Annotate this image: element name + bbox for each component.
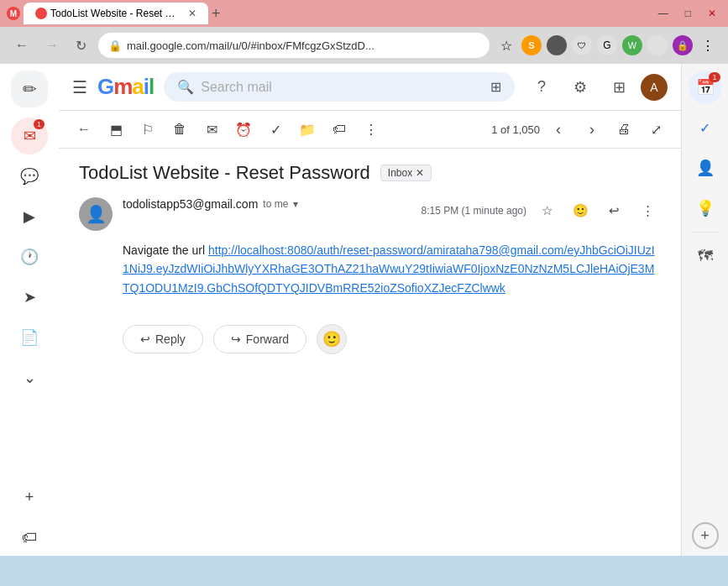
tab-title: TodoList Website - Reset Passw...	[50, 8, 176, 19]
extension-icon-7[interactable]: 🔒	[673, 35, 693, 55]
mail-badge: 1	[34, 119, 45, 129]
extension-icon-2[interactable]	[547, 35, 567, 55]
gmail-logo-area: Gmail	[97, 74, 154, 100]
refresh-button[interactable]: ↻	[71, 36, 92, 55]
sidebar-item-more[interactable]: ⌄	[11, 359, 48, 396]
right-add-icon: +	[700, 527, 710, 545]
new-tab-button[interactable]: +	[212, 5, 221, 23]
extension-icon-5[interactable]: W	[622, 35, 642, 55]
help-button[interactable]: ?	[525, 71, 558, 104]
bookmark-icon[interactable]: ☆	[496, 35, 516, 55]
reply-inline-button[interactable]: ↩	[600, 197, 627, 224]
right-calendar-button[interactable]: 📅 1	[689, 71, 722, 104]
more-options-button[interactable]: ⋮	[356, 114, 386, 144]
forward-button[interactable]: →	[40, 36, 64, 55]
inbox-badge: Inbox ✕	[380, 165, 432, 181]
email-subject-area: TodoList Website - Reset Password Inbox …	[59, 149, 681, 191]
extension-icon-3[interactable]: 🛡	[572, 35, 592, 55]
archive-button[interactable]: ⬒	[101, 114, 131, 144]
address-text: mail.google.com/mail/u/0/#inbox/FMfcgzGx…	[127, 39, 374, 52]
address-bar[interactable]: 🔒 mail.google.com/mail/u/0/#inbox/FMfcgz…	[98, 33, 490, 58]
mark-read-button[interactable]: ✉	[196, 114, 227, 144]
chevron-down-icon: ⌄	[24, 369, 36, 387]
print-button[interactable]: 🖨	[609, 114, 639, 144]
sender-name-row: todolistapp53@gmail.com to me ▾	[123, 197, 411, 211]
prev-email-button[interactable]: ‹	[543, 114, 573, 144]
emoji-icon: 🙂	[322, 330, 341, 348]
body-prefix: Navigate the url	[123, 243, 208, 257]
back-button[interactable]: ←	[10, 36, 34, 55]
sidebar-item-mail[interactable]: ✉ 1	[11, 118, 48, 154]
calendar-badge: 1	[709, 72, 720, 82]
message-body: Navigate the url http://localhost:8080/a…	[79, 241, 661, 297]
expand-details-icon[interactable]: ▾	[293, 198, 298, 210]
minimize-button[interactable]: —	[653, 6, 673, 21]
search-options-icon[interactable]: ⊞	[490, 79, 501, 95]
back-to-inbox-button[interactable]: ←	[69, 114, 99, 144]
action-buttons-area: ↩ Reply ↪ Forward 🙂	[59, 304, 681, 374]
forward-button[interactable]: ↪ Forward	[213, 325, 306, 353]
forward-label: Forward	[246, 332, 289, 346]
sidebar-item-chat[interactable]: 💬	[11, 158, 48, 195]
label-icon: 🏷	[22, 529, 37, 547]
tab-favicon	[35, 8, 47, 19]
message-time-area: 8:15 PM (1 minute ago) ☆ 🙂 ↩ ⋮	[422, 197, 661, 224]
inbox-badge-close[interactable]: ✕	[416, 167, 424, 179]
next-email-button[interactable]: ›	[577, 114, 607, 144]
sidebar-item-meet[interactable]: ▶	[11, 198, 48, 235]
email-toolbar: ← ⬒ ⚐ 🗑 ✉ ⏰ ✓ 📁 🏷 ⋮ 1 of 1,050 ‹ › 🖨 ⤢	[59, 111, 681, 149]
pagination: 1 of 1,050 ‹ ›	[491, 114, 607, 144]
browser-favicon: M	[7, 7, 20, 20]
star-button[interactable]: ☆	[533, 197, 560, 224]
active-tab[interactable]: TodoList Website - Reset Passw... ✕	[24, 3, 208, 24]
send-icon: ➤	[24, 288, 36, 306]
reply-icon: ↩	[140, 332, 150, 346]
right-keep-button[interactable]: 💡	[689, 191, 722, 225]
extension-icon-1[interactable]: S	[521, 35, 542, 55]
user-avatar[interactable]: A	[641, 74, 668, 101]
snooze-button[interactable]: ⏰	[228, 114, 259, 144]
browser-menu[interactable]: ⋮	[698, 35, 718, 55]
sidebar-item-doc[interactable]: 📄	[11, 319, 48, 356]
sidebar-item-send[interactable]: ➤	[11, 279, 48, 316]
sender-to-label: to me	[263, 198, 288, 210]
reply-button[interactable]: ↩ Reply	[123, 325, 203, 353]
right-tasks-button[interactable]: ✓	[689, 111, 722, 144]
search-bar[interactable]: 🔍 Search mail ⊞	[164, 72, 515, 102]
doc-icon: 📄	[20, 328, 39, 347]
delete-button[interactable]: 🗑	[165, 114, 195, 144]
labels-button[interactable]: 🏷	[324, 114, 354, 144]
popout-button[interactable]: ⤢	[641, 114, 671, 144]
tasks-icon: ✓	[699, 120, 710, 136]
sidebar-item-add[interactable]: +	[11, 479, 48, 515]
right-maps-button[interactable]: 🗺	[689, 239, 722, 273]
close-button[interactable]: ✕	[703, 6, 721, 21]
email-message: 👤 todolistapp53@gmail.com to me ▾ 8:15 P…	[59, 191, 681, 304]
right-contacts-button[interactable]: 👤	[689, 151, 722, 185]
extension-icon-6[interactable]	[647, 35, 668, 55]
right-add-button[interactable]: +	[692, 522, 719, 549]
page-count: 1 of 1,050	[491, 123, 540, 136]
compose-button[interactable]: ✏	[11, 71, 48, 107]
add-task-button[interactable]: ✓	[260, 114, 291, 144]
extension-icon-4[interactable]: G	[597, 35, 617, 55]
search-input[interactable]: Search mail	[201, 80, 271, 95]
sidebar-item-label[interactable]: 🏷	[11, 519, 48, 556]
maps-icon: 🗺	[698, 248, 713, 265]
hamburger-icon[interactable]: ☰	[72, 77, 87, 97]
email-content-area: ☰ Gmail 🔍 Search mail ⊞ ? ⚙ ⊞ A ← ⬒ ⚐	[59, 64, 681, 556]
move-to-button[interactable]: 📁	[292, 114, 322, 144]
sidebar-item-recent[interactable]: 🕐	[11, 238, 48, 275]
settings-button[interactable]: ⚙	[563, 71, 597, 104]
maximize-button[interactable]: □	[680, 6, 696, 21]
tab-close-icon[interactable]: ✕	[188, 8, 196, 19]
report-spam-button[interactable]: ⚐	[133, 114, 163, 144]
meet-icon: ▶	[24, 207, 35, 226]
more-message-options-button[interactable]: ⋮	[634, 197, 661, 224]
emoji-button[interactable]: 🙂	[317, 324, 347, 354]
left-sidebar: ✏ ✉ 1 💬 ▶ 🕐 ➤ 📄 ⌄ + 🏷	[0, 64, 59, 556]
lock-icon: 🔒	[108, 39, 122, 52]
emoji-reaction-button[interactable]: 🙂	[567, 197, 594, 224]
apps-button[interactable]: ⊞	[602, 71, 636, 104]
search-icon: 🔍	[177, 79, 194, 95]
